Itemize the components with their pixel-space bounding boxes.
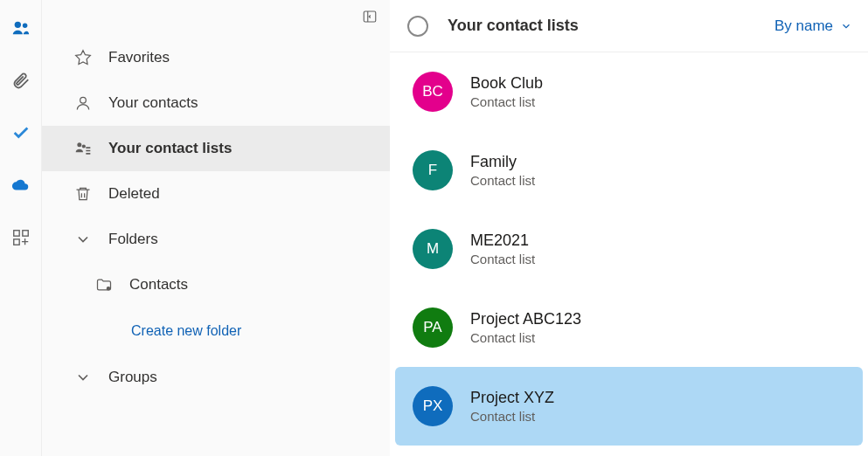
people-icon	[11, 18, 31, 38]
avatar: PX	[413, 386, 453, 426]
collapse-sidebar-button[interactable]	[362, 9, 378, 28]
attach-icon	[11, 71, 31, 90]
trash-icon	[73, 184, 93, 204]
create-folder-link[interactable]: Create new folder	[42, 307, 390, 355]
list-item-name: Book Club	[470, 74, 543, 93]
main-header: Your contact lists By name	[390, 0, 868, 52]
app-files[interactable]	[7, 66, 35, 94]
select-all-checkbox[interactable]	[407, 16, 428, 37]
nav-label: Your contact lists	[108, 140, 232, 157]
nav-your-contact-lists[interactable]: Your contact lists	[42, 126, 390, 171]
nav-label: Your contacts	[108, 94, 198, 112]
app-more[interactable]	[7, 224, 35, 252]
person-icon	[73, 93, 93, 113]
list-item-name: Project XYZ	[470, 389, 554, 407]
list-item-subtitle: Contact list	[470, 94, 543, 109]
contact-list-row[interactable]: FFamilyContact list	[395, 131, 863, 210]
list-item-name: Project ABC123	[470, 310, 581, 328]
contact-list-row[interactable]: BCBook ClubContact list	[395, 52, 863, 131]
main-panel: Your contact lists By name BCBook ClubCo…	[390, 0, 868, 456]
nav-favorites[interactable]: Favorites	[42, 35, 390, 80]
list-item-text: ME2021Contact list	[470, 231, 535, 266]
sort-label: By name	[774, 17, 833, 35]
nav-your-contacts[interactable]: Your contacts	[42, 80, 390, 126]
contact-list-row[interactable]: PXProject XYZContact list	[395, 367, 863, 446]
nav-folders[interactable]: Folders	[42, 217, 390, 262]
contact-list-row[interactable]: MME2021Contact list	[395, 210, 863, 288]
contact-list-container: BCBook ClubContact listFFamilyContact li…	[390, 52, 868, 446]
list-item-name: ME2021	[470, 231, 535, 250]
svg-point-0	[14, 22, 20, 28]
list-item-subtitle: Contact list	[470, 173, 535, 188]
star-icon	[73, 48, 93, 67]
svg-point-1	[22, 24, 27, 29]
list-item-name: Family	[470, 153, 535, 171]
avatar: PA	[413, 307, 453, 348]
svg-point-6	[80, 97, 87, 103]
create-folder-label: Create new folder	[131, 323, 241, 338]
list-item-text: Project XYZContact list	[470, 389, 554, 424]
chevron-down-icon	[73, 368, 93, 387]
app-people[interactable]	[7, 14, 35, 42]
avatar: F	[413, 150, 453, 190]
cloud-icon	[11, 176, 31, 195]
svg-rect-4	[13, 239, 18, 245]
contact-list-row[interactable]: PAProject ABC123Contact list	[395, 288, 863, 367]
app-rail	[0, 0, 42, 456]
list-item-subtitle: Contact list	[470, 409, 554, 424]
svg-point-8	[82, 144, 86, 148]
chevron-down-icon	[840, 20, 852, 32]
list-item-text: Project ABC123Contact list	[470, 310, 581, 345]
avatar: M	[413, 229, 453, 269]
page-title: Your contact lists	[448, 17, 774, 35]
nav-contacts-folder[interactable]: Contacts	[42, 262, 390, 307]
list-item-subtitle: Contact list	[470, 330, 581, 345]
app-onedrive[interactable]	[7, 171, 35, 199]
svg-point-7	[77, 142, 81, 147]
collapse-icon	[362, 9, 378, 24]
avatar: BC	[413, 72, 453, 112]
folder-contacts-icon	[94, 275, 114, 294]
list-item-subtitle: Contact list	[470, 252, 535, 266]
svg-rect-3	[22, 231, 27, 236]
svg-rect-2	[13, 231, 18, 236]
sort-button[interactable]: By name	[774, 17, 852, 35]
nav-label: Contacts	[129, 276, 188, 294]
todo-icon	[11, 123, 31, 142]
nav-deleted[interactable]: Deleted	[42, 171, 390, 217]
nav-label: Deleted	[108, 185, 160, 203]
app-todo[interactable]	[7, 119, 35, 147]
svg-point-9	[107, 287, 109, 290]
nav-groups[interactable]: Groups	[42, 355, 390, 400]
nav-label: Favorites	[108, 49, 170, 66]
nav-label: Folders	[108, 231, 158, 248]
list-item-text: Book ClubContact list	[470, 74, 543, 109]
sidebar: Favorites Your contacts Your contact lis…	[42, 0, 390, 456]
apps-icon	[11, 228, 31, 247]
nav-label: Groups	[108, 369, 157, 386]
list-item-text: FamilyContact list	[470, 153, 535, 188]
contact-list-icon	[73, 139, 93, 158]
chevron-down-icon	[73, 230, 93, 249]
